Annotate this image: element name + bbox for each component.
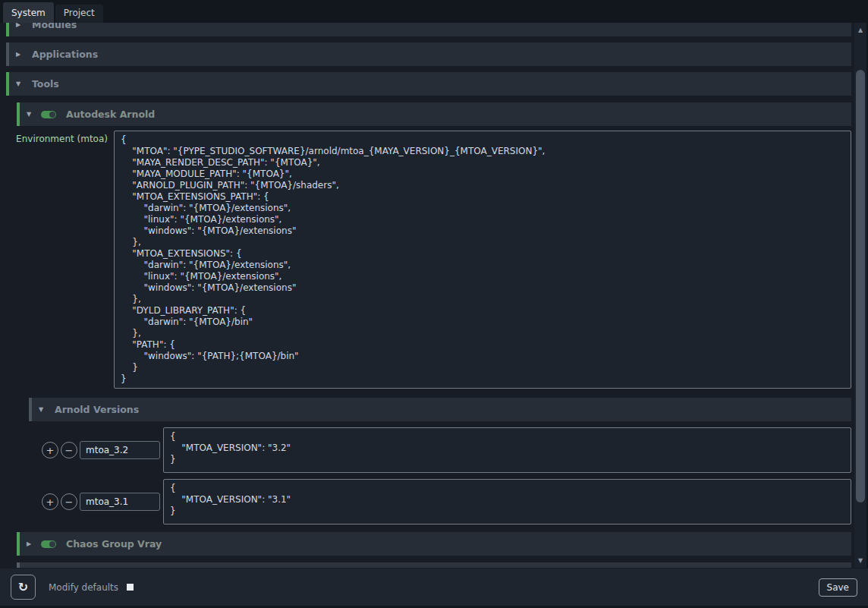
section-header-modules[interactable]: ▶ Modules [6,23,851,36]
section-header-arnold-versions[interactable]: ▼ Arnold Versions [29,398,851,421]
version-json-editor[interactable]: { "MTOA_VERSION": "3.2" } [163,427,851,473]
tab-project[interactable]: Project [55,5,103,23]
modify-defaults-checkbox[interactable] [127,584,134,591]
save-button[interactable]: Save [819,578,857,597]
next-section-clipped [17,562,851,568]
remove-version-button[interactable]: − [61,493,77,510]
chevron-right-icon[interactable]: ▶ [20,540,38,547]
toggle-knob [49,112,55,118]
chevron-down-icon[interactable]: ▼ [32,406,50,413]
tab-bar: System Project [0,0,868,23]
add-version-button[interactable]: + [42,442,58,458]
footer-bar: ↻ Modify defaults Save [0,568,868,606]
toggle-knob [49,541,55,547]
version-row: + − { "MTOA_VERSION": "3.2" } [42,427,851,473]
environment-label: Environment (mtoa) [6,131,108,144]
version-row: + − { "MTOA_VERSION": "3.1" } [42,479,851,525]
chevron-right-icon[interactable]: ▶ [9,23,27,28]
modify-defaults-label: Modify defaults [49,582,118,593]
section-title: Modules [32,23,77,30]
version-name-input[interactable] [80,493,160,511]
section-title: Tools [32,78,59,90]
chevron-down-icon[interactable]: ▼ [20,111,38,118]
remove-version-button[interactable]: − [61,442,77,458]
scroll-up-icon[interactable]: ▲ [854,25,866,35]
settings-window: System Project ▶ Modules ▶ Applications … [0,0,868,608]
enabled-toggle[interactable] [41,540,56,548]
vertical-scrollbar[interactable]: ▲ ▼ [854,23,866,568]
enabled-toggle[interactable] [41,111,56,118]
refresh-icon: ↻ [18,580,28,594]
settings-scroll-area: ▶ Modules ▶ Applications ▼ Tools ▼ Autod… [0,23,854,568]
section-header-autodesk-arnold[interactable]: ▼ Autodesk Arnold [17,102,851,126]
section-title: Autodesk Arnold [66,109,155,120]
section-title: Applications [32,49,98,60]
environment-editor-wrap: { "MTOA": "{PYPE_STUDIO_SOFTWARE}/arnold… [114,131,851,389]
refresh-button[interactable]: ↻ [11,575,36,600]
section-title: Arnold Versions [55,404,139,415]
chevron-down-icon[interactable]: ▼ [9,80,27,87]
section-header-applications[interactable]: ▶ Applications [6,43,851,66]
version-json-editor[interactable]: { "MTOA_VERSION": "3.1" } [163,479,851,525]
environment-row: Environment (mtoa) { "MTOA": "{PYPE_STUD… [6,131,851,389]
section-title: Chaos Group Vray [66,538,162,550]
tab-system[interactable]: System [3,2,54,23]
scrollbar-thumb[interactable] [856,70,865,502]
version-name-input[interactable] [80,441,160,459]
chevron-right-icon[interactable]: ▶ [9,51,27,58]
section-header-chaos-group-vray[interactable]: ▶ Chaos Group Vray [17,532,851,556]
add-version-button[interactable]: + [42,493,58,510]
section-header-tools[interactable]: ▼ Tools [6,72,851,96]
scroll-down-icon[interactable]: ▼ [854,556,866,565]
environment-json-editor[interactable]: { "MTOA": "{PYPE_STUDIO_SOFTWARE}/arnold… [114,131,851,389]
